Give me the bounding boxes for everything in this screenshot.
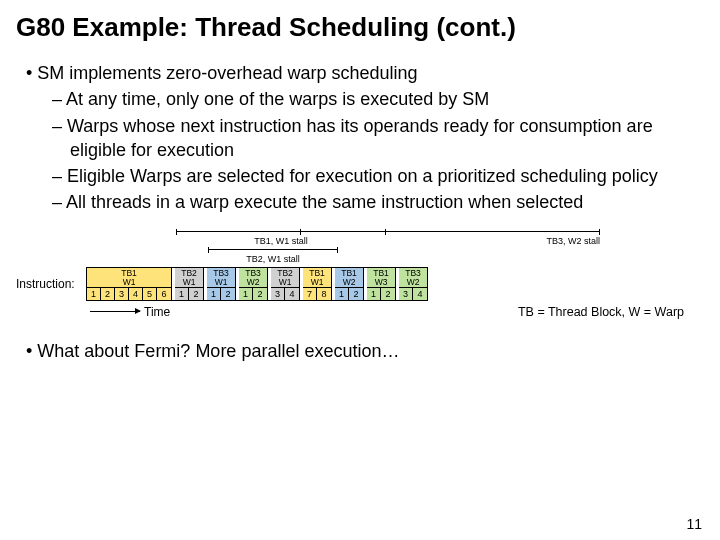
instruction-cell: 5 (143, 288, 157, 300)
timeline-segment: TB3W112 (207, 268, 236, 300)
instruction-cell: 3 (115, 288, 129, 300)
instruction-cell: 6 (157, 288, 171, 300)
instruction-cell: 4 (413, 288, 427, 300)
bottom-bullet: What about Fermi? More parallel executio… (42, 341, 704, 362)
timeline-segment: TB2W134 (271, 268, 300, 300)
instruction-cell: 3 (399, 288, 413, 300)
segment-header: TB1W1 (303, 268, 331, 288)
bullet-main: SM implements zero-overhead warp schedul… (42, 61, 704, 85)
page-number: 11 (686, 516, 702, 532)
stall-label: TB2, W1 stall (208, 254, 338, 264)
timeline-segment: TB3W234 (399, 268, 427, 300)
instruction-strip: TB1W1123456TB2W112TB3W112TB3W212TB2W134T… (86, 267, 428, 301)
slide-title: G80 Example: Thread Scheduling (cont.) (16, 12, 704, 43)
bullet-list: SM implements zero-overhead warp schedul… (42, 61, 704, 215)
instruction-cell: 2 (381, 288, 395, 300)
segment-header: TB2W1 (175, 268, 203, 288)
instruction-cell: 2 (189, 288, 203, 300)
time-axis: Time (90, 305, 290, 319)
segment-header: TB2W1 (271, 268, 299, 288)
instruction-cell: 2 (101, 288, 115, 300)
instruction-cell: 2 (253, 288, 267, 300)
instruction-cell: 2 (221, 288, 235, 300)
instruction-cell: 8 (317, 288, 331, 300)
arrow-icon (90, 311, 140, 312)
instruction-cell: 1 (87, 288, 101, 300)
timeline-segment: TB1W1123456 (87, 268, 172, 300)
timeline-diagram: TB1, W1 stall TB2, W1 stall TB3, W2 stal… (16, 229, 704, 319)
segment-header: TB1W1 (87, 268, 171, 288)
timeline-segment: TB1W312 (367, 268, 396, 300)
instruction-cell: 1 (175, 288, 189, 300)
segment-header: TB1W2 (335, 268, 363, 288)
timeline-segment: TB1W212 (335, 268, 364, 300)
segment-header: TB1W3 (367, 268, 395, 288)
sub-bullet: Eligible Warps are selected for executio… (70, 164, 704, 188)
sub-bullet: Warps whose next instruction has its ope… (70, 114, 704, 163)
segment-header: TB3W2 (239, 268, 267, 288)
instruction-cell: 1 (207, 288, 221, 300)
sub-bullet: All threads in a warp execute the same i… (70, 190, 704, 214)
timeline-segment: TB3W212 (239, 268, 268, 300)
timeline-segment: TB2W112 (175, 268, 204, 300)
time-label: Time (144, 305, 170, 319)
segment-header: TB3W1 (207, 268, 235, 288)
sub-bullet: At any time, only one of the warps is ex… (70, 87, 704, 111)
instruction-cell: 1 (335, 288, 349, 300)
instruction-cell: 3 (271, 288, 285, 300)
instruction-cell: 4 (129, 288, 143, 300)
instruction-cell: 2 (349, 288, 363, 300)
segment-header: TB3W2 (399, 268, 427, 288)
instruction-cell: 7 (303, 288, 317, 300)
instruction-cell: 4 (285, 288, 299, 300)
instruction-label: Instruction: (16, 267, 86, 301)
legend-text: TB = Thread Block, W = Warp (518, 305, 704, 319)
instruction-cell: 1 (367, 288, 381, 300)
instruction-cell: 1 (239, 288, 253, 300)
stall-label: TB3, W2 stall (300, 236, 600, 246)
timeline-segment: TB1W178 (303, 268, 332, 300)
